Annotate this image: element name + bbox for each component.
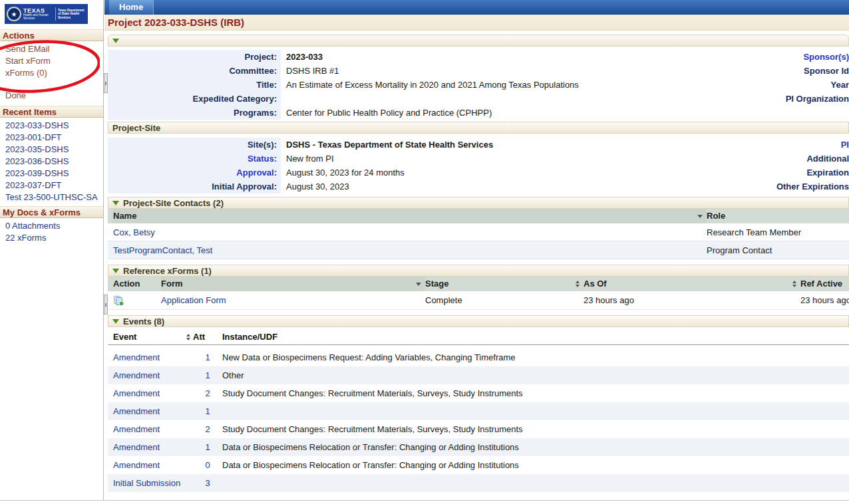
copy-form-icon[interactable] <box>113 295 124 307</box>
reference-xforms-section-bar[interactable]: Reference xForms (1) <box>108 265 849 277</box>
recent-item[interactable]: 2023-033-DSHS <box>0 120 103 132</box>
recent-item[interactable]: 2023-037-DFT <box>0 180 103 191</box>
events-section-bar[interactable]: Events (8) <box>108 315 849 327</box>
actions-header: Actions <box>0 29 103 41</box>
event-att-count: 1 <box>193 348 222 366</box>
ref-col-action: Action <box>113 277 161 291</box>
table-row: TestProgramContact, Test Program Contact <box>108 241 849 259</box>
field-label-approval[interactable]: Approval: <box>108 166 281 180</box>
event-instance <box>222 474 849 492</box>
reference-xforms-table-header: Action Form Stage As Of Ref Active <box>108 277 849 291</box>
project-site-summary: Site(s):DSHS - Texas Department of State… <box>108 138 849 193</box>
table-row: Amendment 2 Study Document Changes: Recr… <box>108 420 849 438</box>
event-instance: Other <box>222 366 849 384</box>
contact-role: Research Team Member <box>707 223 849 241</box>
sidebar-item-send-email[interactable]: Send EMail <box>0 43 103 55</box>
field-value-committee: DSHS IRB #1 <box>286 66 339 76</box>
event-link[interactable]: Amendment <box>113 366 184 384</box>
events-section-title: Events (8) <box>123 316 164 326</box>
sort-desc-icon <box>697 215 703 218</box>
events-col-instance[interactable]: Instance/UDF <box>222 330 849 344</box>
event-att-count: 1 <box>193 438 222 456</box>
field-label-status[interactable]: Status: <box>108 152 281 166</box>
xform-stage: Complete <box>425 291 584 310</box>
sidebar-item-xforms[interactable]: xForms (0) <box>0 67 103 79</box>
field-label-sponsors[interactable]: Sponsor(s) <box>693 50 849 64</box>
event-instance: Study Document Changes: Recruitment Mate… <box>222 420 849 438</box>
top-nav-bar: Home <box>104 0 849 15</box>
logo-dept: Texas Department of State Health Service… <box>58 9 86 20</box>
event-link[interactable]: Amendment <box>113 402 184 420</box>
field-label-initial-approval: Initial Approval: <box>108 180 281 193</box>
field-value-status: New from PI <box>286 154 334 164</box>
field-value-title: An Estimate of Excess Mortality in 2020 … <box>286 80 579 90</box>
sidebar-item-done[interactable]: Done <box>0 90 103 102</box>
recent-item[interactable]: Test 23-500-UTHSC-SA <box>0 191 103 203</box>
recent-item[interactable]: 2023-001-DFT <box>0 132 103 144</box>
contacts-section-bar[interactable]: Project-Site Contacts (2) <box>108 197 849 209</box>
contacts-table-header: Name Role <box>108 209 849 223</box>
table-row: Amendment 1 Other <box>108 366 849 384</box>
project-site-section-bar: Project-Site <box>108 122 849 134</box>
event-link[interactable]: Amendment <box>113 456 184 474</box>
sort-updown-icon <box>186 334 190 340</box>
event-link[interactable]: Amendment <box>113 438 184 456</box>
table-row: Amendment 1 Data or Biospecimens Relocat… <box>108 438 849 456</box>
event-att-count: 2 <box>193 384 222 402</box>
collapse-triangle-icon <box>112 201 119 205</box>
ref-col-as-of[interactable]: As Of <box>584 277 800 291</box>
event-link[interactable]: Amendment <box>113 348 184 366</box>
sidebar: ★ TEXAS Health and Human Services Texas … <box>0 0 104 500</box>
mydocs-header: My Docs & xForms <box>0 206 103 218</box>
contact-name-link[interactable]: TestProgramContact, Test <box>113 241 707 259</box>
table-row: Cox, Betsy Research Team Member <box>108 223 849 241</box>
recent-item[interactable]: 2023-035-DSHS <box>0 144 103 156</box>
field-label-expedited-category: Expedited Category: <box>108 92 281 106</box>
event-link[interactable]: Amendment <box>113 420 184 438</box>
event-link[interactable]: Initial Submission <box>113 474 184 492</box>
sidebar-item-start-xform[interactable]: Start xForm <box>0 55 103 67</box>
field-label-pi-organization: PI Organization <box>693 92 849 106</box>
table-row: Amendment 1 <box>108 402 849 420</box>
field-value-initial-approval: August 30, 2023 <box>286 182 349 191</box>
field-label-year: Year <box>693 78 849 92</box>
sidebar-item-attachments[interactable]: 0 Attachments <box>0 220 103 232</box>
field-label-pi[interactable]: PI <box>693 138 849 152</box>
main-panel: Home Project 2023-033-DSHS (IRB) Project… <box>104 0 849 500</box>
events-table-header: Event Att Instance/UDF <box>108 329 849 345</box>
logo-divider <box>55 7 56 21</box>
xform-link[interactable]: Application Form <box>161 291 425 310</box>
page-title: Project 2023-033-DSHS (IRB) <box>104 15 849 31</box>
sidebar-item-my-xforms[interactable]: 22 xForms <box>0 232 103 244</box>
event-instance: Data or Biospecimens Relocation or Trans… <box>222 438 849 456</box>
ref-col-form[interactable]: Form <box>161 277 425 291</box>
contacts-col-name[interactable]: Name <box>113 209 707 223</box>
contact-name-link[interactable]: Cox, Betsy <box>113 223 707 241</box>
field-label-additional: Additional <box>693 152 849 166</box>
event-link[interactable]: Amendment <box>113 384 184 402</box>
events-col-att[interactable]: Att <box>193 330 222 344</box>
field-label-title: Title: <box>108 78 281 92</box>
xform-as-of: 23 hours ago <box>584 291 800 310</box>
ref-col-stage[interactable]: Stage <box>425 277 584 291</box>
ref-col-ref-active[interactable]: Ref Active <box>800 277 849 291</box>
event-att-count: 2 <box>193 420 222 438</box>
field-value-approval: August 30, 2023 for 24 months <box>286 168 405 178</box>
tab-home[interactable]: Home <box>109 0 154 15</box>
texas-seal-icon: ★ <box>7 7 21 21</box>
recent-item[interactable]: 2023-036-DSHS <box>0 156 103 168</box>
event-instance <box>222 402 849 420</box>
collapse-all-bar[interactable] <box>108 35 849 47</box>
table-row: Amendment 0 Data or Biospecimens Relocat… <box>108 456 849 474</box>
contacts-col-role[interactable]: Role <box>707 209 849 223</box>
reference-xforms-title: Reference xForms (1) <box>123 266 212 276</box>
sort-updown-icon <box>576 281 580 287</box>
project-summary: Project:2023-033 Sponsor(s) Committee:DS… <box>108 50 849 120</box>
project-site-title: Project-Site <box>112 123 160 133</box>
collapse-triangle-icon <box>112 39 119 43</box>
recent-item[interactable]: 2023-039-DSHS <box>0 168 103 180</box>
table-row: Application Form Complete 23 hours ago 2… <box>108 291 849 310</box>
events-col-event[interactable]: Event <box>113 330 184 344</box>
field-label-sites: Site(s): <box>108 138 281 152</box>
contact-role: Program Contact <box>707 241 849 259</box>
